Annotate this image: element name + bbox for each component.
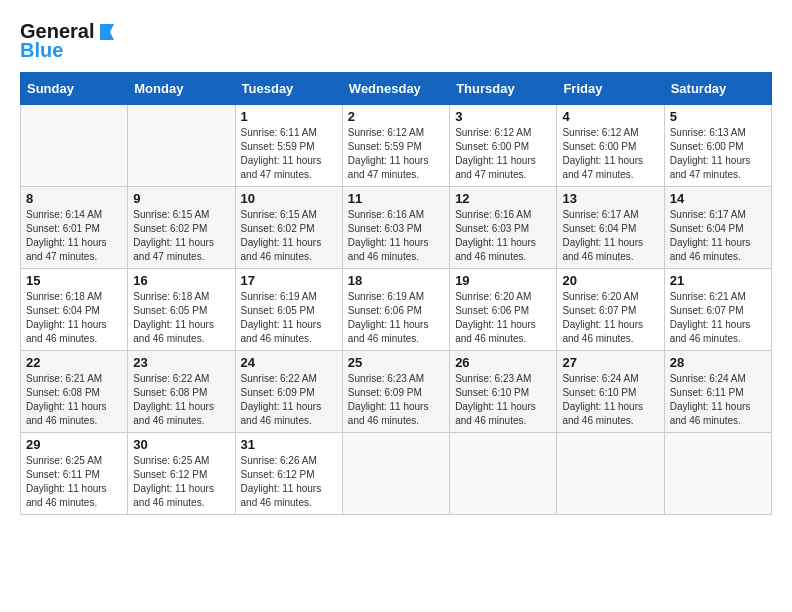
day-number: 9 <box>133 191 229 206</box>
day-info: Sunrise: 6:21 AMSunset: 6:07 PMDaylight:… <box>670 290 766 346</box>
day-number: 8 <box>26 191 122 206</box>
day-info: Sunrise: 6:16 AMSunset: 6:03 PMDaylight:… <box>455 208 551 264</box>
logo: General Blue <box>20 20 116 62</box>
day-info: Sunrise: 6:17 AMSunset: 6:04 PMDaylight:… <box>562 208 658 264</box>
day-number: 21 <box>670 273 766 288</box>
svg-marker-0 <box>100 24 114 40</box>
day-info: Sunrise: 6:25 AMSunset: 6:11 PMDaylight:… <box>26 454 122 510</box>
day-number: 20 <box>562 273 658 288</box>
day-of-week-header: Tuesday <box>235 73 342 105</box>
day-number: 11 <box>348 191 444 206</box>
calendar-cell: 18Sunrise: 6:19 AMSunset: 6:06 PMDayligh… <box>342 269 449 351</box>
calendar-cell: 28Sunrise: 6:24 AMSunset: 6:11 PMDayligh… <box>664 351 771 433</box>
calendar-cell: 23Sunrise: 6:22 AMSunset: 6:08 PMDayligh… <box>128 351 235 433</box>
day-of-week-header: Saturday <box>664 73 771 105</box>
day-number: 24 <box>241 355 337 370</box>
calendar-cell: 24Sunrise: 6:22 AMSunset: 6:09 PMDayligh… <box>235 351 342 433</box>
day-info: Sunrise: 6:15 AMSunset: 6:02 PMDaylight:… <box>241 208 337 264</box>
calendar-week-row: 29Sunrise: 6:25 AMSunset: 6:11 PMDayligh… <box>21 433 772 515</box>
day-number: 13 <box>562 191 658 206</box>
day-info: Sunrise: 6:23 AMSunset: 6:09 PMDaylight:… <box>348 372 444 428</box>
day-info: Sunrise: 6:25 AMSunset: 6:12 PMDaylight:… <box>133 454 229 510</box>
day-number: 22 <box>26 355 122 370</box>
day-number: 4 <box>562 109 658 124</box>
day-number: 14 <box>670 191 766 206</box>
day-info: Sunrise: 6:18 AMSunset: 6:05 PMDaylight:… <box>133 290 229 346</box>
day-info: Sunrise: 6:15 AMSunset: 6:02 PMDaylight:… <box>133 208 229 264</box>
day-number: 5 <box>670 109 766 124</box>
calendar-cell: 9Sunrise: 6:15 AMSunset: 6:02 PMDaylight… <box>128 187 235 269</box>
day-number: 26 <box>455 355 551 370</box>
calendar-cell: 14Sunrise: 6:17 AMSunset: 6:04 PMDayligh… <box>664 187 771 269</box>
calendar-cell <box>128 105 235 187</box>
calendar-cell: 19Sunrise: 6:20 AMSunset: 6:06 PMDayligh… <box>450 269 557 351</box>
calendar-week-row: 1Sunrise: 6:11 AMSunset: 5:59 PMDaylight… <box>21 105 772 187</box>
calendar-cell: 2Sunrise: 6:12 AMSunset: 5:59 PMDaylight… <box>342 105 449 187</box>
day-of-week-header: Monday <box>128 73 235 105</box>
calendar-cell: 4Sunrise: 6:12 AMSunset: 6:00 PMDaylight… <box>557 105 664 187</box>
day-info: Sunrise: 6:26 AMSunset: 6:12 PMDaylight:… <box>241 454 337 510</box>
calendar-cell: 27Sunrise: 6:24 AMSunset: 6:10 PMDayligh… <box>557 351 664 433</box>
day-info: Sunrise: 6:13 AMSunset: 6:00 PMDaylight:… <box>670 126 766 182</box>
calendar-cell: 10Sunrise: 6:15 AMSunset: 6:02 PMDayligh… <box>235 187 342 269</box>
day-number: 17 <box>241 273 337 288</box>
day-info: Sunrise: 6:12 AMSunset: 5:59 PMDaylight:… <box>348 126 444 182</box>
day-of-week-header: Thursday <box>450 73 557 105</box>
day-info: Sunrise: 6:14 AMSunset: 6:01 PMDaylight:… <box>26 208 122 264</box>
calendar-cell: 26Sunrise: 6:23 AMSunset: 6:10 PMDayligh… <box>450 351 557 433</box>
calendar-week-row: 22Sunrise: 6:21 AMSunset: 6:08 PMDayligh… <box>21 351 772 433</box>
calendar-cell: 12Sunrise: 6:16 AMSunset: 6:03 PMDayligh… <box>450 187 557 269</box>
calendar-cell: 11Sunrise: 6:16 AMSunset: 6:03 PMDayligh… <box>342 187 449 269</box>
day-info: Sunrise: 6:24 AMSunset: 6:10 PMDaylight:… <box>562 372 658 428</box>
day-info: Sunrise: 6:19 AMSunset: 6:05 PMDaylight:… <box>241 290 337 346</box>
day-of-week-header: Friday <box>557 73 664 105</box>
day-number: 30 <box>133 437 229 452</box>
calendar-table: SundayMondayTuesdayWednesdayThursdayFrid… <box>20 72 772 515</box>
day-info: Sunrise: 6:16 AMSunset: 6:03 PMDaylight:… <box>348 208 444 264</box>
day-number: 2 <box>348 109 444 124</box>
calendar-cell <box>664 433 771 515</box>
calendar-cell: 31Sunrise: 6:26 AMSunset: 6:12 PMDayligh… <box>235 433 342 515</box>
day-number: 23 <box>133 355 229 370</box>
day-info: Sunrise: 6:12 AMSunset: 6:00 PMDaylight:… <box>455 126 551 182</box>
day-info: Sunrise: 6:18 AMSunset: 6:04 PMDaylight:… <box>26 290 122 346</box>
day-info: Sunrise: 6:19 AMSunset: 6:06 PMDaylight:… <box>348 290 444 346</box>
calendar-cell <box>450 433 557 515</box>
logo-text-blue: Blue <box>20 39 63 62</box>
day-number: 28 <box>670 355 766 370</box>
day-number: 18 <box>348 273 444 288</box>
day-number: 19 <box>455 273 551 288</box>
day-info: Sunrise: 6:20 AMSunset: 6:07 PMDaylight:… <box>562 290 658 346</box>
calendar-week-row: 15Sunrise: 6:18 AMSunset: 6:04 PMDayligh… <box>21 269 772 351</box>
day-number: 12 <box>455 191 551 206</box>
calendar-cell: 25Sunrise: 6:23 AMSunset: 6:09 PMDayligh… <box>342 351 449 433</box>
day-info: Sunrise: 6:22 AMSunset: 6:08 PMDaylight:… <box>133 372 229 428</box>
calendar-cell: 29Sunrise: 6:25 AMSunset: 6:11 PMDayligh… <box>21 433 128 515</box>
calendar-cell <box>21 105 128 187</box>
calendar-cell <box>342 433 449 515</box>
calendar-cell: 20Sunrise: 6:20 AMSunset: 6:07 PMDayligh… <box>557 269 664 351</box>
day-info: Sunrise: 6:11 AMSunset: 5:59 PMDaylight:… <box>241 126 337 182</box>
day-info: Sunrise: 6:22 AMSunset: 6:09 PMDaylight:… <box>241 372 337 428</box>
day-number: 27 <box>562 355 658 370</box>
calendar-cell <box>557 433 664 515</box>
calendar-cell: 30Sunrise: 6:25 AMSunset: 6:12 PMDayligh… <box>128 433 235 515</box>
day-info: Sunrise: 6:24 AMSunset: 6:11 PMDaylight:… <box>670 372 766 428</box>
day-of-week-header: Wednesday <box>342 73 449 105</box>
day-of-week-header: Sunday <box>21 73 128 105</box>
calendar-cell: 3Sunrise: 6:12 AMSunset: 6:00 PMDaylight… <box>450 105 557 187</box>
day-info: Sunrise: 6:20 AMSunset: 6:06 PMDaylight:… <box>455 290 551 346</box>
day-number: 10 <box>241 191 337 206</box>
day-number: 1 <box>241 109 337 124</box>
calendar-cell: 21Sunrise: 6:21 AMSunset: 6:07 PMDayligh… <box>664 269 771 351</box>
calendar-cell: 1Sunrise: 6:11 AMSunset: 5:59 PMDaylight… <box>235 105 342 187</box>
logo-container: General Blue <box>20 20 116 62</box>
calendar-cell: 13Sunrise: 6:17 AMSunset: 6:04 PMDayligh… <box>557 187 664 269</box>
logo-flag-icon <box>96 22 116 42</box>
calendar-cell: 15Sunrise: 6:18 AMSunset: 6:04 PMDayligh… <box>21 269 128 351</box>
day-number: 25 <box>348 355 444 370</box>
day-info: Sunrise: 6:12 AMSunset: 6:00 PMDaylight:… <box>562 126 658 182</box>
calendar-cell: 5Sunrise: 6:13 AMSunset: 6:00 PMDaylight… <box>664 105 771 187</box>
day-number: 15 <box>26 273 122 288</box>
day-number: 3 <box>455 109 551 124</box>
